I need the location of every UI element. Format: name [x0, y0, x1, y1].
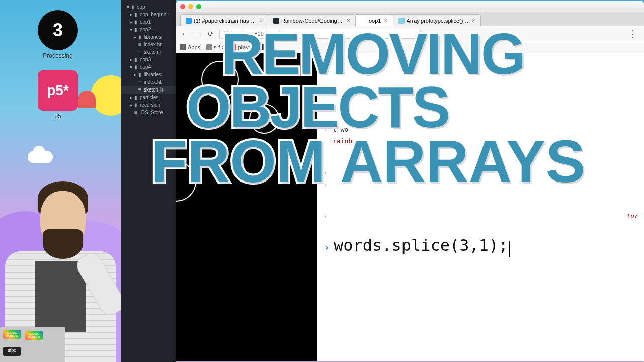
chevron-right-icon: ▸ — [134, 34, 137, 40]
favicon-icon — [273, 18, 279, 24]
p5-icon: p5* — [38, 70, 78, 111]
close-icon[interactable]: × — [471, 17, 475, 24]
chevron-right-icon: › — [324, 180, 330, 188]
folder-icon: ▮ — [134, 19, 138, 25]
folder-icon: ▮ — [131, 4, 135, 10]
tree-label: oop3 — [140, 57, 151, 62]
chevron-right-icon: › — [324, 126, 330, 133]
chevron-right-icon: ▸ — [130, 102, 133, 108]
bubble-shape — [201, 61, 239, 99]
apps-icon — [180, 44, 186, 50]
reload-button[interactable]: ⟳ — [206, 29, 215, 38]
tree-folder[interactable]: ▸▮oop_beginni — [121, 11, 176, 18]
favicon-icon — [361, 18, 367, 24]
minimize-icon[interactable] — [188, 4, 193, 9]
desktop-icon-processing[interactable]: 3 Processing — [33, 10, 83, 59]
tree-root[interactable]: ▾ ▮ oop — [121, 3, 176, 11]
chevron-down-icon: ▾ — [130, 27, 133, 32]
bookmark-label: c — [269, 44, 272, 50]
tree-file[interactable]: ≡sketch.j — [121, 48, 176, 56]
tree-label: index.ht — [144, 79, 162, 85]
tree-folder[interactable]: ▸▮libraries — [121, 71, 176, 78]
sticker: sfpc — [3, 347, 21, 356]
nav-bar: ← → ⟳ i localhost:8000/oop4/ ⋮ — [176, 26, 644, 41]
bookmark-icon — [261, 44, 267, 50]
browser-content: › t wo rainb ‹ › ‹ tur › — [176, 53, 644, 361]
browser-tab[interactable]: (1) #papercliptrain hashtag on× — [180, 14, 268, 26]
console-line: › t wo — [324, 124, 638, 135]
tree-label: .DS_Store — [140, 110, 163, 115]
tab-bar: (1) #papercliptrain hashtag on×Rainbow-C… — [176, 12, 644, 26]
browser-tab[interactable]: Array.prototype.splice() - Java× — [393, 14, 481, 26]
tree-file[interactable]: ≡index.ht — [121, 41, 176, 48]
file-icon: ≡ — [138, 49, 142, 55]
browser-tab[interactable]: oop1× — [355, 14, 393, 26]
sticker: CODING RAINBOW — [25, 331, 43, 340]
bookmark-icon — [230, 44, 236, 50]
bookmark-item[interactable]: c — [261, 44, 272, 50]
p5-canvas[interactable] — [176, 53, 317, 361]
folder-icon: ▮ — [134, 95, 138, 100]
tree-label: libraries — [144, 34, 162, 40]
file-icon: ≡ — [134, 110, 138, 115]
tab-title: Array.prototype.splice() - Java — [407, 18, 469, 24]
close-icon[interactable] — [180, 4, 185, 9]
tree-file[interactable]: ≡sketch.js — [121, 86, 176, 94]
desktop-icon-label: Processing — [33, 52, 83, 59]
folder-icon: ▮ — [134, 64, 138, 70]
tree-label: oop_beginni — [140, 12, 168, 17]
tree-folder[interactable]: ▸▮oop3 — [121, 56, 176, 63]
close-icon[interactable]: × — [384, 17, 387, 24]
tab-title: (1) #papercliptrain hashtag on — [194, 18, 256, 24]
console-body[interactable]: › t wo rainb ‹ › ‹ tur › — [317, 53, 644, 361]
favicon-icon — [186, 18, 192, 24]
tree-label: recursion — [140, 102, 160, 108]
processing-icon: 3 — [38, 10, 78, 50]
folder-icon: ▮ — [134, 27, 138, 32]
back-button[interactable]: ← — [180, 29, 189, 38]
file-icon: ≡ — [138, 87, 142, 93]
bookmarks-bar: Appss-f-xplaylistc — [176, 41, 644, 53]
forward-button[interactable]: → — [193, 29, 202, 38]
tree-folder[interactable]: ▸▮particles — [121, 94, 176, 101]
tree-label: sketch.js — [144, 87, 164, 93]
console-input-text: words.splice(3,1); — [334, 236, 508, 255]
menu-icon[interactable]: ⋮ — [625, 28, 640, 39]
tree-file[interactable]: ≡index.ht — [121, 78, 176, 86]
close-icon[interactable]: × — [347, 17, 350, 24]
chevron-right-icon: ▸ — [130, 95, 133, 100]
chevron-down-icon: ▾ — [130, 64, 133, 70]
info-icon[interactable]: i — [223, 31, 229, 37]
cloud-graphic — [28, 151, 53, 163]
bookmark-item[interactable]: Apps — [180, 44, 200, 50]
tree-label: index.ht — [144, 42, 162, 47]
bookmark-item[interactable]: playlist — [230, 44, 255, 50]
chevron-right-icon: ▸ — [130, 12, 133, 17]
chevron-right-icon: ▸ — [130, 19, 133, 25]
bookmark-item[interactable]: s-f-x — [206, 44, 224, 50]
text-cursor — [509, 241, 510, 257]
desktop-icon-p5[interactable]: p5* p5 — [33, 70, 83, 120]
tree-folder[interactable]: ▾▮oop4 — [121, 63, 176, 71]
tree-label: libraries — [144, 72, 162, 77]
chevron-right-icon: ▸ — [134, 72, 137, 77]
tree-label: sketch.j — [144, 49, 161, 55]
window-controls — [180, 4, 201, 9]
browser-tab[interactable]: Rainbow-Code/CodingChallen× — [268, 14, 356, 26]
browser-window: (1) #papercliptrain hashtag on×Rainbow-C… — [176, 1, 644, 361]
folder-icon: ▮ — [138, 34, 142, 40]
maximize-icon[interactable] — [196, 4, 201, 9]
bookmark-label: Apps — [188, 44, 200, 50]
url-bar[interactable]: i localhost:8000/oop4/ — [219, 29, 421, 39]
tab-title: oop1 — [369, 18, 381, 24]
console-input-line[interactable]: › words.splice(3,1); — [324, 232, 638, 257]
tree-folder[interactable]: ▸▮recursion — [121, 101, 176, 109]
tree-folder[interactable]: ▸▮libraries — [121, 33, 176, 41]
tree-folder[interactable]: ▸▮oop1 — [121, 18, 176, 26]
console-line: rainb — [324, 135, 638, 147]
chevron-left-icon: ‹ — [324, 169, 330, 176]
console-prompt-icon: › — [324, 241, 330, 253]
tree-file[interactable]: ≡.DS_Store — [121, 109, 176, 116]
tree-folder[interactable]: ▾▮oop2 — [121, 26, 176, 33]
close-icon[interactable]: × — [259, 17, 263, 24]
